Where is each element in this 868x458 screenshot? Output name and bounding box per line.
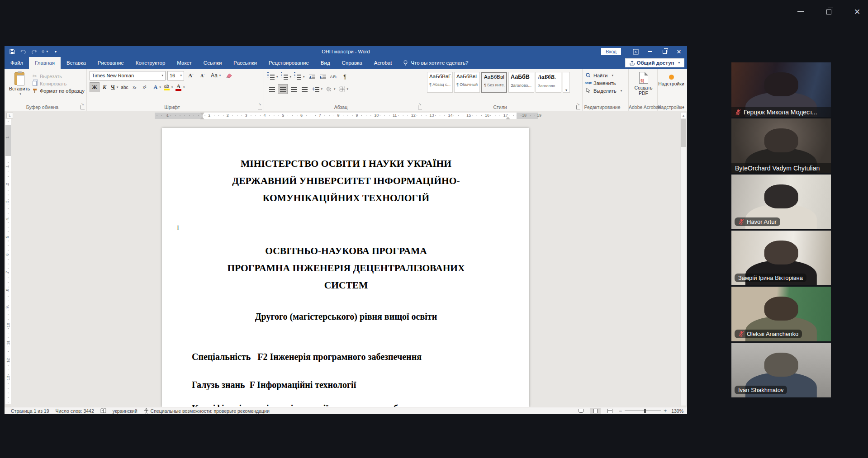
zoom-out-icon[interactable]: − — [619, 408, 622, 414]
accessibility-status[interactable]: Специальные возможности: проверьте реком… — [144, 408, 270, 414]
participant-video-tile[interactable]: Замрій Ірина Вікторівна — [731, 231, 831, 285]
tab-acrobat[interactable]: Acrobat — [368, 57, 398, 69]
style-card[interactable]: АаБбВвГг,¶ Абзац с... — [427, 72, 453, 93]
scroll-up-icon[interactable]: ▲ — [681, 113, 686, 119]
tab-главная[interactable]: Главная — [29, 57, 61, 69]
style-card[interactable]: АаБбВЗаголово... — [508, 72, 534, 93]
bullets-button[interactable]: ▾ — [267, 72, 280, 82]
font-dialog-launcher[interactable] — [258, 105, 262, 109]
text-effects-button[interactable]: А▾ — [152, 82, 162, 92]
italic-button[interactable]: К — [100, 82, 109, 92]
bold-button[interactable]: Ж — [90, 82, 100, 92]
participant-video-tile[interactable]: Oleksii Ananchenko — [731, 287, 831, 341]
minimize-window-icon[interactable] — [794, 7, 807, 17]
sign-in-button[interactable]: Вход — [601, 48, 621, 55]
word-close-icon[interactable]: ✕ — [673, 47, 685, 56]
line-spacing-button[interactable]: ⇕▾ — [310, 84, 324, 94]
close-window-icon[interactable]: ✕ — [850, 7, 864, 17]
replace-button[interactable]: ab⇄ Заменить — [585, 80, 626, 86]
font-color-button[interactable]: А▾ — [174, 82, 186, 92]
select-button[interactable]: Выделить▾ — [585, 88, 626, 94]
share-button[interactable]: Общий доступ ▾ — [625, 58, 684, 67]
tab-вставка[interactable]: Вставка — [61, 57, 92, 69]
restore-window-icon[interactable] — [822, 7, 836, 17]
style-card[interactable]: АаБбВвІ¶ Без инте... — [481, 72, 507, 93]
tab-файл[interactable]: Файл — [5, 57, 29, 69]
multilevel-list-button[interactable]: ▾ — [294, 72, 306, 82]
cut-button[interactable]: ✂ Вырезать — [32, 73, 85, 79]
tab-конструктор[interactable]: Конструктор — [130, 57, 171, 69]
sort-button[interactable]: АЯ↓ — [329, 72, 339, 82]
undo-icon[interactable] — [20, 48, 26, 55]
style-card[interactable]: АаБбВвІ¶ Обычный — [454, 72, 480, 93]
align-center-button[interactable] — [278, 84, 288, 94]
copy-button[interactable]: Копировать — [32, 80, 85, 86]
collapse-ribbon-icon[interactable]: ▴ — [682, 104, 684, 109]
shading-button[interactable]: ▾ — [325, 84, 337, 94]
print-layout-button[interactable] — [590, 408, 601, 414]
font-size-combo[interactable]: 16▾ — [167, 71, 184, 80]
shrink-font-button[interactable]: Аˇ — [198, 71, 208, 80]
highlight-color-button[interactable]: ab▾ — [162, 82, 175, 92]
change-case-button[interactable]: Аа▾ — [209, 71, 222, 80]
paste-button[interactable]: Вставить ▾ — [7, 71, 32, 104]
addins-button[interactable]: Надстройки — [660, 71, 682, 86]
hanging-indent-marker[interactable] — [200, 117, 204, 119]
superscript-button[interactable]: x² — [139, 82, 149, 92]
align-left-button[interactable] — [267, 84, 277, 94]
justify-button[interactable] — [299, 84, 309, 94]
read-mode-button[interactable] — [575, 408, 586, 414]
page-indicator[interactable]: Страница 1 из 19 — [11, 408, 49, 414]
create-pdf-button[interactable]: Создать PDF — [631, 71, 655, 96]
paragraph-dialog-launcher[interactable] — [418, 105, 422, 109]
styles-dialog-launcher[interactable] — [576, 105, 580, 109]
zoom-thumb[interactable] — [644, 409, 646, 413]
participant-video-tile[interactable]: ByteOrchard Vadym Chytulian — [731, 118, 831, 173]
find-button[interactable]: Найти▾ — [585, 72, 626, 78]
subscript-button[interactable]: x₂ — [129, 82, 139, 92]
touch-mode-icon[interactable]: ▾ — [42, 48, 48, 55]
customize-qat-icon[interactable]: ▾ — [52, 48, 59, 55]
font-family-combo[interactable]: Times New Roman▾ — [90, 71, 166, 80]
word-restore-icon[interactable] — [658, 47, 671, 56]
zoom-level[interactable]: 130% — [671, 408, 683, 414]
increase-indent-button[interactable] — [318, 72, 328, 82]
save-icon[interactable] — [9, 48, 15, 55]
style-card[interactable]: АаБбВ.Заголово... — [536, 72, 561, 93]
zoom-slider[interactable]: − + — [619, 408, 667, 414]
numbering-button[interactable]: ▾ — [280, 72, 293, 82]
word-minimize-icon[interactable] — [644, 47, 656, 56]
participant-video-tile[interactable]: Havor Artur — [731, 175, 831, 229]
decrease-indent-button[interactable] — [307, 72, 317, 82]
tab-ссылки[interactable]: Ссылки — [198, 57, 228, 69]
word-count[interactable]: Число слов: 3442 — [56, 408, 94, 414]
tell-me-box[interactable]: Что вы хотите сделать? — [398, 57, 474, 69]
align-right-button[interactable] — [289, 84, 299, 94]
ribbon-display-options-icon[interactable] — [629, 47, 642, 56]
tab-рассылки[interactable]: Рассылки — [228, 57, 263, 69]
clear-formatting-button[interactable] — [224, 71, 234, 80]
clipboard-dialog-launcher[interactable] — [81, 105, 85, 109]
web-layout-button[interactable] — [604, 408, 615, 414]
participant-video-tile[interactable]: Герцюк Микола Модест... — [731, 62, 831, 117]
strikethrough-button[interactable]: abc — [119, 82, 129, 92]
tab-макет[interactable]: Макет — [171, 57, 198, 69]
zoom-in-icon[interactable]: + — [664, 408, 667, 414]
horizontal-ruler[interactable]: 112345678910111213141516171819 — [155, 113, 538, 119]
format-painter-button[interactable]: Формат по образцу — [32, 88, 85, 94]
tab-рецензирование[interactable]: Рецензирование — [263, 57, 315, 69]
tab-справка[interactable]: Справка — [336, 57, 368, 69]
show-marks-button[interactable]: ¶ — [340, 72, 350, 82]
document-page[interactable]: МІНІСТЕРСТВО ОСВІТИ І НАУКИ УКРАЇНИДЕРЖА… — [162, 128, 529, 407]
vertical-scrollbar[interactable]: ▲ — [680, 112, 687, 406]
grow-font-button[interactable]: Аˆ — [186, 71, 196, 80]
tab-вид[interactable]: Вид — [315, 57, 336, 69]
proofing-icon[interactable] — [100, 408, 106, 414]
vertical-ruler[interactable]: 112345678910111213 — [5, 119, 11, 404]
underline-button[interactable]: Ч▾ — [109, 82, 119, 92]
scrollbar-thumb[interactable] — [681, 119, 686, 147]
language-indicator[interactable]: украинский — [113, 408, 138, 414]
redo-icon[interactable] — [31, 48, 37, 55]
tab-selector-box[interactable]: L — [6, 113, 13, 118]
styles-gallery-more-button[interactable]: ▾ — [563, 72, 570, 93]
